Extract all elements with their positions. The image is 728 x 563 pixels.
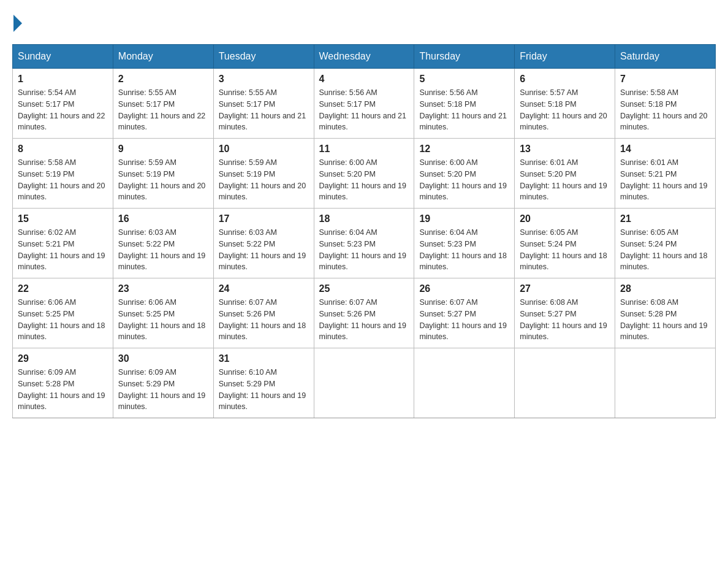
day-info: Sunrise: 6:10 AMSunset: 5:29 PMDaylight:… — [219, 367, 309, 413]
day-number: 19 — [419, 213, 509, 224]
col-header-saturday: Saturday — [615, 45, 716, 69]
day-number: 31 — [219, 353, 309, 364]
day-number: 15 — [18, 213, 108, 224]
calendar-week-row: 22Sunrise: 6:06 AMSunset: 5:25 PMDayligh… — [13, 278, 716, 348]
calendar-cell: 5Sunrise: 5:56 AMSunset: 5:18 PMDaylight… — [414, 69, 515, 139]
day-number: 12 — [419, 144, 509, 155]
day-number: 24 — [219, 283, 309, 294]
day-number: 20 — [520, 213, 610, 224]
day-info: Sunrise: 6:06 AMSunset: 5:25 PMDaylight:… — [118, 297, 208, 343]
calendar-cell: 25Sunrise: 6:07 AMSunset: 5:26 PMDayligh… — [314, 278, 414, 348]
calendar-cell: 24Sunrise: 6:07 AMSunset: 5:26 PMDayligh… — [213, 278, 314, 348]
day-info: Sunrise: 6:03 AMSunset: 5:22 PMDaylight:… — [118, 227, 208, 273]
day-number: 23 — [118, 283, 208, 294]
day-info: Sunrise: 6:05 AMSunset: 5:24 PMDaylight:… — [620, 227, 710, 273]
day-number: 8 — [18, 144, 108, 155]
calendar-cell: 19Sunrise: 6:04 AMSunset: 5:23 PMDayligh… — [414, 209, 515, 278]
logo-arrow-icon — [13, 15, 22, 32]
day-number: 22 — [18, 283, 108, 294]
calendar-cell: 7Sunrise: 5:58 AMSunset: 5:18 PMDaylight… — [615, 69, 716, 139]
calendar-cell: 12Sunrise: 6:00 AMSunset: 5:20 PMDayligh… — [414, 139, 515, 209]
day-number: 2 — [118, 74, 208, 85]
day-number: 17 — [219, 213, 309, 224]
day-info: Sunrise: 5:54 AMSunset: 5:17 PMDaylight:… — [18, 87, 108, 133]
col-header-monday: Monday — [113, 45, 213, 69]
calendar-cell: 14Sunrise: 6:01 AMSunset: 5:21 PMDayligh… — [615, 139, 716, 209]
day-number: 7 — [620, 74, 710, 85]
calendar-cell: 16Sunrise: 6:03 AMSunset: 5:22 PMDayligh… — [113, 209, 213, 278]
calendar-cell: 29Sunrise: 6:09 AMSunset: 5:28 PMDayligh… — [13, 348, 113, 418]
day-number: 13 — [520, 144, 610, 155]
day-number: 28 — [620, 283, 710, 294]
col-header-wednesday: Wednesday — [314, 45, 414, 69]
day-number: 5 — [419, 74, 509, 85]
day-info: Sunrise: 6:00 AMSunset: 5:20 PMDaylight:… — [419, 157, 509, 203]
page-header — [12, 12, 716, 32]
calendar-cell: 28Sunrise: 6:08 AMSunset: 5:28 PMDayligh… — [615, 278, 716, 348]
calendar-cell: 26Sunrise: 6:07 AMSunset: 5:27 PMDayligh… — [414, 278, 515, 348]
calendar-cell — [515, 348, 615, 418]
day-info: Sunrise: 6:08 AMSunset: 5:28 PMDaylight:… — [620, 297, 710, 343]
calendar-week-row: 29Sunrise: 6:09 AMSunset: 5:28 PMDayligh… — [13, 348, 716, 418]
day-info: Sunrise: 5:57 AMSunset: 5:18 PMDaylight:… — [520, 87, 610, 133]
calendar-week-row: 8Sunrise: 5:58 AMSunset: 5:19 PMDaylight… — [13, 139, 716, 209]
day-number: 27 — [520, 283, 610, 294]
calendar-cell: 9Sunrise: 5:59 AMSunset: 5:19 PMDaylight… — [113, 139, 213, 209]
calendar-cell: 2Sunrise: 5:55 AMSunset: 5:17 PMDaylight… — [113, 69, 213, 139]
day-info: Sunrise: 5:59 AMSunset: 5:19 PMDaylight:… — [118, 157, 208, 203]
day-info: Sunrise: 6:03 AMSunset: 5:22 PMDaylight:… — [219, 227, 309, 273]
day-info: Sunrise: 5:58 AMSunset: 5:18 PMDaylight:… — [620, 87, 710, 133]
col-header-friday: Friday — [515, 45, 615, 69]
day-info: Sunrise: 6:05 AMSunset: 5:24 PMDaylight:… — [520, 227, 610, 273]
day-info: Sunrise: 6:07 AMSunset: 5:27 PMDaylight:… — [419, 297, 509, 343]
day-info: Sunrise: 5:56 AMSunset: 5:18 PMDaylight:… — [419, 87, 509, 133]
logo — [12, 12, 22, 32]
col-header-sunday: Sunday — [13, 45, 113, 69]
day-number: 10 — [219, 144, 309, 155]
day-number: 11 — [319, 144, 409, 155]
calendar-cell: 27Sunrise: 6:08 AMSunset: 5:27 PMDayligh… — [515, 278, 615, 348]
calendar-week-row: 15Sunrise: 6:02 AMSunset: 5:21 PMDayligh… — [13, 209, 716, 278]
calendar-cell: 3Sunrise: 5:55 AMSunset: 5:17 PMDaylight… — [213, 69, 314, 139]
day-number: 25 — [319, 283, 409, 294]
day-info: Sunrise: 6:07 AMSunset: 5:26 PMDaylight:… — [219, 297, 309, 343]
day-info: Sunrise: 5:55 AMSunset: 5:17 PMDaylight:… — [118, 87, 208, 133]
day-info: Sunrise: 5:56 AMSunset: 5:17 PMDaylight:… — [319, 87, 409, 133]
calendar-cell: 13Sunrise: 6:01 AMSunset: 5:20 PMDayligh… — [515, 139, 615, 209]
day-info: Sunrise: 6:06 AMSunset: 5:25 PMDaylight:… — [18, 297, 108, 343]
calendar-cell: 15Sunrise: 6:02 AMSunset: 5:21 PMDayligh… — [13, 209, 113, 278]
calendar-cell: 1Sunrise: 5:54 AMSunset: 5:17 PMDaylight… — [13, 69, 113, 139]
calendar-cell: 20Sunrise: 6:05 AMSunset: 5:24 PMDayligh… — [515, 209, 615, 278]
calendar-cell: 8Sunrise: 5:58 AMSunset: 5:19 PMDaylight… — [13, 139, 113, 209]
day-info: Sunrise: 6:04 AMSunset: 5:23 PMDaylight:… — [419, 227, 509, 273]
day-number: 21 — [620, 213, 710, 224]
day-info: Sunrise: 6:04 AMSunset: 5:23 PMDaylight:… — [319, 227, 409, 273]
day-info: Sunrise: 6:02 AMSunset: 5:21 PMDaylight:… — [18, 227, 108, 273]
day-info: Sunrise: 5:58 AMSunset: 5:19 PMDaylight:… — [18, 157, 108, 203]
day-number: 18 — [319, 213, 409, 224]
day-number: 1 — [18, 74, 108, 85]
day-number: 29 — [18, 353, 108, 364]
day-number: 16 — [118, 213, 208, 224]
day-info: Sunrise: 6:07 AMSunset: 5:26 PMDaylight:… — [319, 297, 409, 343]
calendar-cell: 11Sunrise: 6:00 AMSunset: 5:20 PMDayligh… — [314, 139, 414, 209]
calendar-header-row: SundayMondayTuesdayWednesdayThursdayFrid… — [13, 45, 716, 69]
calendar-cell: 17Sunrise: 6:03 AMSunset: 5:22 PMDayligh… — [213, 209, 314, 278]
col-header-thursday: Thursday — [414, 45, 515, 69]
day-number: 6 — [520, 74, 610, 85]
calendar-cell: 18Sunrise: 6:04 AMSunset: 5:23 PMDayligh… — [314, 209, 414, 278]
day-info: Sunrise: 6:09 AMSunset: 5:29 PMDaylight:… — [118, 367, 208, 413]
day-info: Sunrise: 6:08 AMSunset: 5:27 PMDaylight:… — [520, 297, 610, 343]
calendar-table: SundayMondayTuesdayWednesdayThursdayFrid… — [12, 44, 716, 418]
day-number: 3 — [219, 74, 309, 85]
day-info: Sunrise: 5:55 AMSunset: 5:17 PMDaylight:… — [219, 87, 309, 133]
calendar-week-row: 1Sunrise: 5:54 AMSunset: 5:17 PMDaylight… — [13, 69, 716, 139]
calendar-cell: 4Sunrise: 5:56 AMSunset: 5:17 PMDaylight… — [314, 69, 414, 139]
calendar-cell: 23Sunrise: 6:06 AMSunset: 5:25 PMDayligh… — [113, 278, 213, 348]
calendar-cell — [615, 348, 716, 418]
day-number: 26 — [419, 283, 509, 294]
day-number: 9 — [118, 144, 208, 155]
calendar-cell — [314, 348, 414, 418]
col-header-tuesday: Tuesday — [213, 45, 314, 69]
day-info: Sunrise: 5:59 AMSunset: 5:19 PMDaylight:… — [219, 157, 309, 203]
